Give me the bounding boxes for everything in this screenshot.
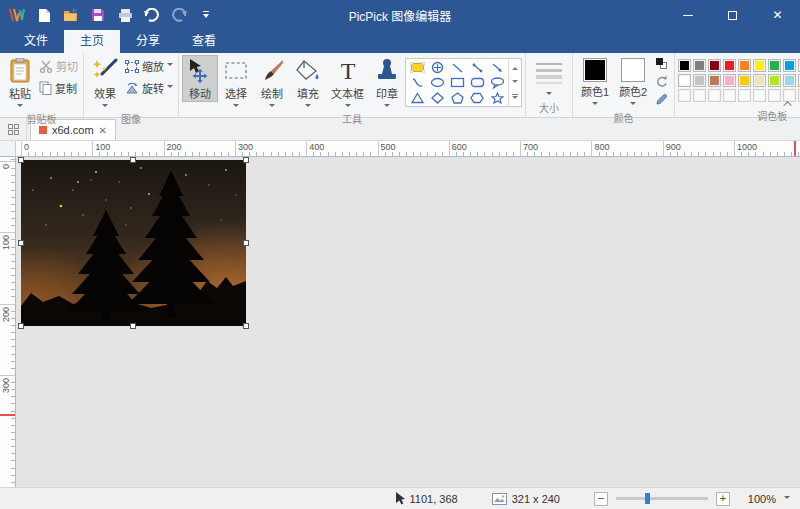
gallery-scroll-up-button[interactable] [509,59,521,75]
cut-button[interactable]: 剪切 [39,58,78,74]
palette-swatch[interactable] [768,89,781,102]
ruler-major-tick [92,141,93,156]
shape-line-dots[interactable] [467,60,487,75]
zoom-level-value: 100% [738,493,776,505]
selection-handle-ne[interactable] [243,157,249,163]
save-button[interactable] [89,6,107,24]
shape-arrow-line[interactable] [487,60,507,75]
eyedropper-button[interactable] [655,93,668,108]
palette-swatch[interactable] [783,74,796,87]
gallery-more-button[interactable] [509,90,521,106]
palette-swatch[interactable] [723,59,736,72]
palette-swatch[interactable] [708,59,721,72]
palette-swatch[interactable] [708,89,721,102]
palette-swatch[interactable] [678,74,691,87]
selection-handle-se[interactable] [243,323,249,329]
customize-toolbar-button[interactable] [197,6,215,24]
collapse-ribbon-button[interactable] [782,97,796,111]
palette-swatch[interactable] [738,89,751,102]
shape-highlight-rect[interactable] [407,60,427,75]
fill-icon [295,58,321,84]
rotate-button[interactable]: 旋转 [125,80,173,96]
shape-pentagon[interactable] [447,90,467,105]
zoom-out-button[interactable]: − [594,492,608,506]
effects-button[interactable]: 效果 [87,55,123,111]
selection-handle-n[interactable] [130,157,136,163]
palette-swatch[interactable] [783,59,796,72]
line-size-button[interactable] [529,55,569,99]
palette-swatch[interactable] [693,89,706,102]
move-icon [187,58,213,84]
selection-handle-nw[interactable] [18,157,24,163]
minimize-button[interactable] [665,0,710,30]
resize-button[interactable]: 缩放 [125,58,173,74]
shape-rectangle[interactable] [447,75,467,90]
palette-swatch[interactable] [768,74,781,87]
palette-swatch[interactable] [753,89,766,102]
selection-handle-sw[interactable] [18,323,24,329]
paste-button[interactable]: 粘贴 [3,55,37,111]
select-tool-button[interactable]: 选择 [218,55,254,111]
close-button[interactable]: ✕ [755,0,800,30]
reset-colors-button[interactable] [655,75,668,90]
shape-rounded-rectangle[interactable] [467,75,487,90]
new-file-button[interactable] [35,6,53,24]
copy-button[interactable]: 复制 [39,80,78,96]
shape-curve[interactable] [407,75,427,90]
zoom-slider-thumb[interactable] [645,493,650,504]
color1-button[interactable]: 颜色1 [576,55,614,109]
ruler-label: 900 [666,142,681,152]
ruler-major-tick [0,375,15,376]
ruler-major-tick [0,232,15,233]
open-file-button[interactable] [62,6,80,24]
fill-tool-button[interactable]: 填充 [290,55,326,111]
zoom-slider[interactable] [616,497,708,500]
move-tool-button[interactable]: 移动 [182,55,218,102]
textbox-tool-button[interactable]: T 文本框 [326,55,369,111]
shape-diamond[interactable] [427,90,447,105]
draw-tool-button[interactable]: 绘制 [254,55,290,111]
zoom-dropdown-icon[interactable] [784,496,790,502]
stamp-tool-button[interactable]: 印章 [369,55,405,111]
ruler-label: 300 [238,142,253,152]
shape-star[interactable] [487,90,507,105]
palette-swatch[interactable] [723,74,736,87]
swap-colors-button[interactable] [655,57,668,72]
palette-swatch[interactable] [678,59,691,72]
palette-swatch[interactable] [678,89,691,102]
palette-swatch[interactable] [738,59,751,72]
shape-hexagon[interactable] [467,90,487,105]
shape-line[interactable] [447,60,467,75]
ruler-major-tick [235,141,236,156]
tab-share[interactable]: 分享 [120,27,176,53]
palette-swatch[interactable] [753,59,766,72]
shape-circle-crosshair[interactable] [427,60,447,75]
image-selection[interactable] [21,160,246,326]
palette-swatch[interactable] [693,74,706,87]
scroll-up-icon [512,64,518,70]
tab-view[interactable]: 查看 [176,27,232,53]
palette-swatch[interactable] [693,59,706,72]
shape-callout[interactable] [487,75,507,90]
zoom-in-button[interactable]: + [716,492,730,506]
tab-file[interactable]: 文件 [8,27,64,53]
print-button[interactable] [116,6,134,24]
undo-button[interactable] [143,6,161,24]
shape-triangle[interactable] [407,90,427,105]
maximize-button[interactable] [710,0,755,30]
palette-swatch[interactable] [738,74,751,87]
selection-handle-e[interactable] [243,240,249,246]
palette-swatch[interactable] [708,74,721,87]
redo-button[interactable] [170,6,188,24]
select-dropdown-icon [233,104,239,110]
gallery-scroll-down-button[interactable] [509,75,521,91]
shape-ellipse[interactable] [427,75,447,90]
palette-swatch[interactable] [723,89,736,102]
selection-handle-s[interactable] [130,323,136,329]
palette-swatch[interactable] [753,74,766,87]
tab-home[interactable]: 主页 [64,27,120,53]
selection-handle-w[interactable] [18,240,24,246]
color2-button[interactable]: 颜色2 [614,55,652,109]
editor-canvas[interactable] [16,157,800,487]
palette-swatch[interactable] [768,59,781,72]
